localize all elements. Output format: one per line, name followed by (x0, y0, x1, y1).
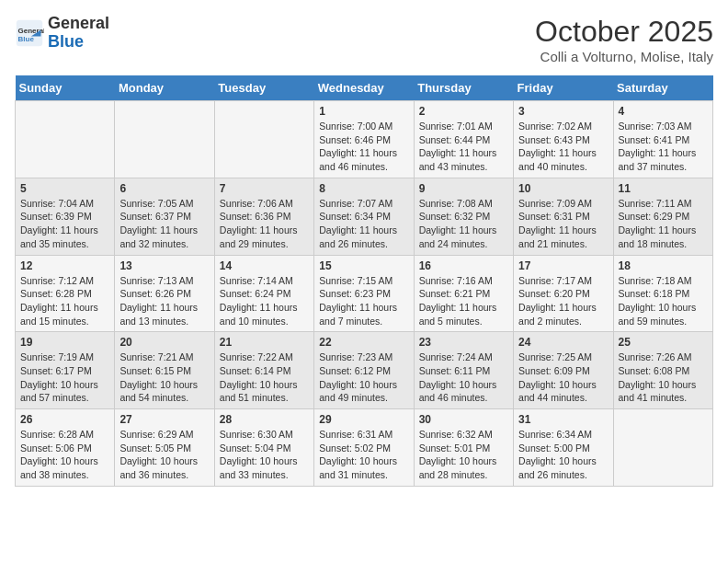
calendar-cell: 6Sunrise: 7:05 AM Sunset: 6:37 PM Daylig… (115, 178, 214, 255)
day-info: Sunrise: 7:00 AM Sunset: 6:46 PM Dayligh… (319, 120, 408, 174)
day-info: Sunrise: 7:15 AM Sunset: 6:23 PM Dayligh… (319, 274, 408, 328)
day-number: 17 (518, 259, 608, 272)
logo-icon: General Blue (15, 18, 44, 48)
logo-blue-text: Blue (48, 32, 84, 51)
day-number: 5 (20, 182, 109, 195)
day-info: Sunrise: 7:24 AM Sunset: 6:11 PM Dayligh… (419, 350, 508, 405)
calendar-cell: 27Sunrise: 6:29 AM Sunset: 5:05 PM Dayli… (115, 409, 214, 487)
calendar-cell: 30Sunrise: 6:32 AM Sunset: 5:01 PM Dayli… (414, 409, 513, 487)
calendar-cell: 25Sunrise: 7:26 AM Sunset: 6:08 PM Dayli… (613, 332, 712, 409)
day-info: Sunrise: 6:30 AM Sunset: 5:04 PM Dayligh… (220, 428, 309, 482)
calendar-cell (16, 101, 115, 178)
day-number: 14 (220, 259, 309, 272)
calendar-cell: 10Sunrise: 7:09 AM Sunset: 6:31 PM Dayli… (514, 178, 613, 255)
day-info: Sunrise: 7:25 AM Sunset: 6:09 PM Dayligh… (518, 350, 608, 405)
day-info: Sunrise: 7:21 AM Sunset: 6:15 PM Dayligh… (119, 350, 209, 405)
calendar-cell: 9Sunrise: 7:08 AM Sunset: 6:32 PM Daylig… (414, 178, 513, 255)
day-info: Sunrise: 7:01 AM Sunset: 6:44 PM Dayligh… (419, 120, 508, 174)
calendar-cell: 21Sunrise: 7:22 AM Sunset: 6:14 PM Dayli… (214, 332, 313, 409)
day-info: Sunrise: 6:31 AM Sunset: 5:02 PM Dayligh… (319, 428, 408, 482)
calendar-cell: 17Sunrise: 7:17 AM Sunset: 6:20 PM Dayli… (514, 255, 613, 332)
calendar-cell: 8Sunrise: 7:07 AM Sunset: 6:34 PM Daylig… (314, 178, 414, 255)
day-number: 26 (20, 413, 109, 426)
day-info: Sunrise: 7:04 AM Sunset: 6:39 PM Dayligh… (20, 197, 109, 251)
calendar-table: SundayMondayTuesdayWednesdayThursdayFrid… (15, 75, 713, 487)
title-block: October 2025 Colli a Volturno, Molise, I… (535, 15, 713, 64)
day-number: 2 (419, 105, 508, 118)
weekday-header-friday: Friday (514, 75, 613, 101)
calendar-cell: 28Sunrise: 6:30 AM Sunset: 5:04 PM Dayli… (214, 409, 313, 487)
day-number: 23 (419, 336, 508, 349)
day-number: 20 (119, 336, 209, 349)
day-info: Sunrise: 6:32 AM Sunset: 5:01 PM Dayligh… (419, 428, 508, 482)
calendar-cell: 3Sunrise: 7:02 AM Sunset: 6:43 PM Daylig… (514, 101, 613, 178)
day-number: 31 (518, 413, 608, 426)
day-number: 24 (518, 336, 608, 349)
location-subtitle: Colli a Volturno, Molise, Italy (535, 49, 713, 64)
calendar-week-row: 5Sunrise: 7:04 AM Sunset: 6:39 PM Daylig… (16, 178, 713, 255)
day-number: 1 (319, 105, 408, 118)
calendar-cell: 15Sunrise: 7:15 AM Sunset: 6:23 PM Dayli… (314, 255, 414, 332)
day-number: 8 (319, 182, 408, 195)
day-info: Sunrise: 7:19 AM Sunset: 6:17 PM Dayligh… (20, 350, 109, 405)
calendar-cell: 5Sunrise: 7:04 AM Sunset: 6:39 PM Daylig… (16, 178, 115, 255)
day-number: 6 (119, 182, 209, 195)
day-number: 15 (319, 259, 408, 272)
day-info: Sunrise: 7:18 AM Sunset: 6:18 PM Dayligh… (619, 274, 708, 328)
day-info: Sunrise: 7:26 AM Sunset: 6:08 PM Dayligh… (619, 350, 708, 405)
calendar-cell: 18Sunrise: 7:18 AM Sunset: 6:18 PM Dayli… (613, 255, 712, 332)
calendar-cell: 7Sunrise: 7:06 AM Sunset: 6:36 PM Daylig… (214, 178, 313, 255)
weekday-header-wednesday: Wednesday (314, 75, 414, 101)
month-title: October 2025 (535, 15, 713, 49)
calendar-week-row: 12Sunrise: 7:12 AM Sunset: 6:28 PM Dayli… (16, 255, 713, 332)
calendar-cell: 16Sunrise: 7:16 AM Sunset: 6:21 PM Dayli… (414, 255, 513, 332)
day-number: 21 (220, 336, 309, 349)
day-number: 19 (20, 336, 109, 349)
day-info: Sunrise: 7:13 AM Sunset: 6:26 PM Dayligh… (119, 274, 209, 328)
calendar-header-row: SundayMondayTuesdayWednesdayThursdayFrid… (16, 75, 713, 101)
calendar-week-row: 19Sunrise: 7:19 AM Sunset: 6:17 PM Dayli… (16, 332, 713, 409)
svg-text:Blue: Blue (18, 35, 35, 43)
weekday-header-saturday: Saturday (613, 75, 712, 101)
page-header: General Blue General Blue October 2025 C… (15, 15, 713, 64)
calendar-cell: 22Sunrise: 7:23 AM Sunset: 6:12 PM Dayli… (314, 332, 414, 409)
day-number: 28 (220, 413, 309, 426)
calendar-cell: 23Sunrise: 7:24 AM Sunset: 6:11 PM Dayli… (414, 332, 513, 409)
calendar-cell: 2Sunrise: 7:01 AM Sunset: 6:44 PM Daylig… (414, 101, 513, 178)
calendar-cell (613, 409, 712, 487)
day-number: 22 (319, 336, 408, 349)
calendar-cell (214, 101, 313, 178)
day-info: Sunrise: 7:17 AM Sunset: 6:20 PM Dayligh… (518, 274, 608, 328)
day-info: Sunrise: 7:22 AM Sunset: 6:14 PM Dayligh… (220, 350, 309, 405)
day-number: 12 (20, 259, 109, 272)
day-number: 11 (619, 182, 708, 195)
calendar-cell: 20Sunrise: 7:21 AM Sunset: 6:15 PM Dayli… (115, 332, 214, 409)
day-info: Sunrise: 7:05 AM Sunset: 6:37 PM Dayligh… (119, 197, 209, 251)
calendar-cell: 12Sunrise: 7:12 AM Sunset: 6:28 PM Dayli… (16, 255, 115, 332)
day-number: 13 (119, 259, 209, 272)
weekday-header-sunday: Sunday (16, 75, 115, 101)
day-info: Sunrise: 6:29 AM Sunset: 5:05 PM Dayligh… (119, 428, 209, 482)
logo-general-text: General (48, 14, 109, 32)
day-number: 16 (419, 259, 508, 272)
calendar-cell: 4Sunrise: 7:03 AM Sunset: 6:41 PM Daylig… (613, 101, 712, 178)
day-info: Sunrise: 7:03 AM Sunset: 6:41 PM Dayligh… (619, 120, 708, 174)
calendar-week-row: 26Sunrise: 6:28 AM Sunset: 5:06 PM Dayli… (16, 409, 713, 487)
day-number: 25 (619, 336, 708, 349)
calendar-cell: 26Sunrise: 6:28 AM Sunset: 5:06 PM Dayli… (16, 409, 115, 487)
calendar-cell: 1Sunrise: 7:00 AM Sunset: 6:46 PM Daylig… (314, 101, 414, 178)
day-info: Sunrise: 7:14 AM Sunset: 6:24 PM Dayligh… (220, 274, 309, 328)
calendar-cell: 11Sunrise: 7:11 AM Sunset: 6:29 PM Dayli… (613, 178, 712, 255)
calendar-cell: 29Sunrise: 6:31 AM Sunset: 5:02 PM Dayli… (314, 409, 414, 487)
day-number: 18 (619, 259, 708, 272)
calendar-week-row: 1Sunrise: 7:00 AM Sunset: 6:46 PM Daylig… (16, 101, 713, 178)
calendar-cell: 31Sunrise: 6:34 AM Sunset: 5:00 PM Dayli… (514, 409, 613, 487)
calendar-cell: 13Sunrise: 7:13 AM Sunset: 6:26 PM Dayli… (115, 255, 214, 332)
day-info: Sunrise: 7:12 AM Sunset: 6:28 PM Dayligh… (20, 274, 109, 328)
day-number: 30 (419, 413, 508, 426)
day-number: 9 (419, 182, 508, 195)
weekday-header-monday: Monday (115, 75, 214, 101)
day-info: Sunrise: 7:02 AM Sunset: 6:43 PM Dayligh… (518, 120, 608, 174)
day-info: Sunrise: 7:23 AM Sunset: 6:12 PM Dayligh… (319, 350, 408, 405)
day-info: Sunrise: 6:28 AM Sunset: 5:06 PM Dayligh… (20, 428, 109, 482)
